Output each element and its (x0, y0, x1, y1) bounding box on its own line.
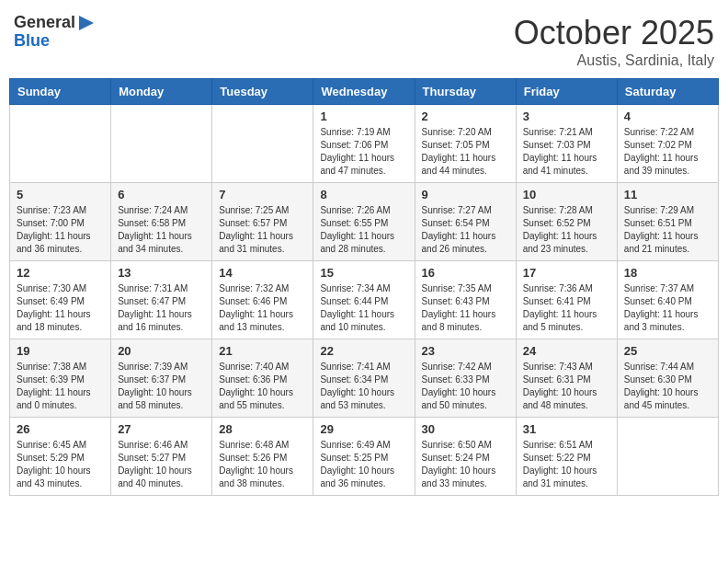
day-number: 1 (320, 109, 407, 123)
day-info: Sunrise: 7:40 AM Sunset: 6:36 PM Dayligh… (219, 361, 306, 412)
calendar-cell-w4-d0: 26Sunrise: 6:45 AM Sunset: 5:29 PM Dayli… (10, 418, 111, 496)
day-info: Sunrise: 7:39 AM Sunset: 6:37 PM Dayligh… (118, 361, 205, 412)
day-info: Sunrise: 6:45 AM Sunset: 5:29 PM Dayligh… (17, 439, 104, 490)
calendar-cell-w3-d3: 22Sunrise: 7:41 AM Sunset: 6:34 PM Dayli… (313, 339, 415, 418)
day-info: Sunrise: 7:25 AM Sunset: 6:57 PM Dayligh… (219, 204, 306, 256)
day-info: Sunrise: 7:32 AM Sunset: 6:46 PM Dayligh… (219, 282, 306, 334)
day-info: Sunrise: 7:43 AM Sunset: 6:31 PM Dayligh… (523, 361, 610, 412)
day-number: 3 (523, 109, 610, 123)
day-info: Sunrise: 6:46 AM Sunset: 5:27 PM Dayligh… (118, 439, 205, 490)
day-info: Sunrise: 7:20 AM Sunset: 7:05 PM Dayligh… (422, 126, 509, 178)
day-number: 20 (118, 344, 205, 358)
week-row-4: 26Sunrise: 6:45 AM Sunset: 5:29 PM Dayli… (10, 418, 719, 496)
calendar-cell-w3-d4: 23Sunrise: 7:42 AM Sunset: 6:33 PM Dayli… (415, 339, 516, 418)
day-info: Sunrise: 7:31 AM Sunset: 6:47 PM Dayligh… (118, 282, 205, 334)
calendar-cell-w2-d6: 18Sunrise: 7:37 AM Sunset: 6:40 PM Dayli… (617, 261, 718, 339)
calendar-cell-w0-d2 (212, 105, 313, 183)
day-number: 29 (320, 422, 407, 436)
day-number: 26 (17, 422, 104, 436)
location-subtitle: Austis, Sardinia, Italy (514, 52, 714, 69)
day-info: Sunrise: 6:51 AM Sunset: 5:22 PM Dayligh… (523, 439, 610, 490)
calendar-cell-w3-d2: 21Sunrise: 7:40 AM Sunset: 6:36 PM Dayli… (212, 339, 313, 418)
day-number: 15 (320, 266, 407, 280)
calendar-cell-w2-d4: 16Sunrise: 7:35 AM Sunset: 6:43 PM Dayli… (415, 261, 516, 339)
day-number: 12 (17, 266, 104, 280)
logo-blue-text: Blue (14, 32, 96, 51)
day-info: Sunrise: 7:36 AM Sunset: 6:41 PM Dayligh… (523, 282, 610, 334)
calendar-cell-w3-d0: 19Sunrise: 7:38 AM Sunset: 6:39 PM Dayli… (10, 339, 111, 418)
day-number: 16 (422, 266, 509, 280)
day-info: Sunrise: 7:30 AM Sunset: 6:49 PM Dayligh… (17, 282, 104, 334)
calendar-cell-w3-d6: 25Sunrise: 7:44 AM Sunset: 6:30 PM Dayli… (617, 339, 718, 418)
day-number: 2 (422, 109, 509, 123)
day-number: 13 (118, 266, 205, 280)
day-number: 18 (624, 266, 711, 280)
calendar-cell-w3-d1: 20Sunrise: 7:39 AM Sunset: 6:37 PM Dayli… (111, 339, 212, 418)
calendar-cell-w4-d1: 27Sunrise: 6:46 AM Sunset: 5:27 PM Dayli… (111, 418, 212, 496)
logo-general-text: General (14, 14, 75, 32)
header-sunday: Sunday (10, 79, 111, 105)
calendar-cell-w4-d3: 29Sunrise: 6:49 AM Sunset: 5:25 PM Dayli… (313, 418, 415, 496)
calendar-cell-w0-d0 (10, 105, 111, 183)
day-number: 24 (523, 344, 610, 358)
day-number: 31 (523, 422, 610, 436)
day-number: 28 (219, 422, 306, 436)
calendar-header-row: Sunday Monday Tuesday Wednesday Thursday… (10, 79, 719, 105)
day-info: Sunrise: 7:21 AM Sunset: 7:03 PM Dayligh… (523, 126, 610, 178)
calendar-cell-w1-d5: 10Sunrise: 7:28 AM Sunset: 6:52 PM Dayli… (516, 183, 617, 261)
calendar-cell-w2-d1: 13Sunrise: 7:31 AM Sunset: 6:47 PM Dayli… (111, 261, 212, 339)
week-row-3: 19Sunrise: 7:38 AM Sunset: 6:39 PM Dayli… (10, 339, 719, 418)
calendar-cell-w2-d5: 17Sunrise: 7:36 AM Sunset: 6:41 PM Dayli… (516, 261, 617, 339)
day-info: Sunrise: 7:22 AM Sunset: 7:02 PM Dayligh… (624, 126, 711, 178)
calendar-cell-w0-d5: 3Sunrise: 7:21 AM Sunset: 7:03 PM Daylig… (516, 105, 617, 183)
day-info: Sunrise: 7:42 AM Sunset: 6:33 PM Dayligh… (422, 361, 509, 412)
day-info: Sunrise: 6:48 AM Sunset: 5:26 PM Dayligh… (219, 439, 306, 490)
calendar-cell-w2-d2: 14Sunrise: 7:32 AM Sunset: 6:46 PM Dayli… (212, 261, 313, 339)
calendar-cell-w0-d6: 4Sunrise: 7:22 AM Sunset: 7:02 PM Daylig… (617, 105, 718, 183)
day-number: 11 (624, 188, 711, 201)
svg-marker-0 (79, 16, 94, 30)
logo: General Blue (14, 14, 96, 51)
day-number: 22 (320, 344, 407, 358)
month-title: October 2025 (514, 14, 714, 52)
calendar-cell-w1-d3: 8Sunrise: 7:26 AM Sunset: 6:55 PM Daylig… (313, 183, 415, 261)
day-number: 21 (219, 344, 306, 358)
calendar-cell-w1-d4: 9Sunrise: 7:27 AM Sunset: 6:54 PM Daylig… (415, 183, 516, 261)
day-info: Sunrise: 6:49 AM Sunset: 5:25 PM Dayligh… (320, 439, 407, 490)
day-number: 9 (422, 188, 509, 201)
day-number: 27 (118, 422, 205, 436)
title-area: October 2025 Austis, Sardinia, Italy (514, 14, 714, 69)
calendar-cell-w0-d1 (111, 105, 212, 183)
day-number: 8 (320, 188, 407, 201)
day-number: 5 (17, 188, 104, 201)
week-row-1: 5Sunrise: 7:23 AM Sunset: 7:00 PM Daylig… (10, 183, 719, 261)
day-number: 25 (624, 344, 711, 358)
header-tuesday: Tuesday (212, 79, 313, 105)
day-info: Sunrise: 7:23 AM Sunset: 7:00 PM Dayligh… (17, 204, 104, 256)
day-info: Sunrise: 7:41 AM Sunset: 6:34 PM Dayligh… (320, 361, 407, 412)
day-info: Sunrise: 7:26 AM Sunset: 6:55 PM Dayligh… (320, 204, 407, 256)
day-info: Sunrise: 7:29 AM Sunset: 6:51 PM Dayligh… (624, 204, 711, 256)
day-info: Sunrise: 7:37 AM Sunset: 6:40 PM Dayligh… (624, 282, 711, 334)
calendar-cell-w0-d4: 2Sunrise: 7:20 AM Sunset: 7:05 PM Daylig… (415, 105, 516, 183)
day-info: Sunrise: 6:50 AM Sunset: 5:24 PM Dayligh… (422, 439, 509, 490)
day-number: 23 (422, 344, 509, 358)
calendar-cell-w0-d3: 1Sunrise: 7:19 AM Sunset: 7:06 PM Daylig… (313, 105, 415, 183)
header: General Blue October 2025 Austis, Sardin… (9, 9, 719, 69)
header-friday: Friday (516, 79, 617, 105)
day-number: 6 (118, 188, 205, 201)
calendar-cell-w1-d2: 7Sunrise: 7:25 AM Sunset: 6:57 PM Daylig… (212, 183, 313, 261)
calendar-cell-w1-d6: 11Sunrise: 7:29 AM Sunset: 6:51 PM Dayli… (617, 183, 718, 261)
calendar-cell-w4-d5: 31Sunrise: 6:51 AM Sunset: 5:22 PM Dayli… (516, 418, 617, 496)
calendar-table: Sunday Monday Tuesday Wednesday Thursday… (9, 78, 719, 496)
calendar-cell-w1-d0: 5Sunrise: 7:23 AM Sunset: 7:00 PM Daylig… (10, 183, 111, 261)
header-monday: Monday (111, 79, 212, 105)
calendar-cell-w4-d6 (617, 418, 718, 496)
day-info: Sunrise: 7:27 AM Sunset: 6:54 PM Dayligh… (422, 204, 509, 256)
calendar-cell-w4-d2: 28Sunrise: 6:48 AM Sunset: 5:26 PM Dayli… (212, 418, 313, 496)
calendar-cell-w2-d3: 15Sunrise: 7:34 AM Sunset: 6:44 PM Dayli… (313, 261, 415, 339)
day-info: Sunrise: 7:38 AM Sunset: 6:39 PM Dayligh… (17, 361, 104, 412)
day-number: 14 (219, 266, 306, 280)
day-number: 17 (523, 266, 610, 280)
calendar-cell-w2-d0: 12Sunrise: 7:30 AM Sunset: 6:49 PM Dayli… (10, 261, 111, 339)
